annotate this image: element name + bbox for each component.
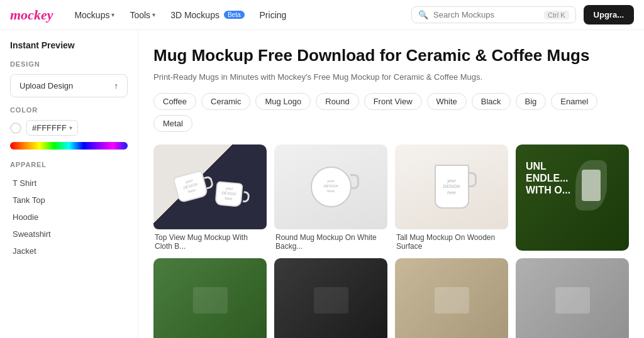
mockup-card-round[interactable]: yourDESIGNhere Round Mug Mockup On White… [274,144,387,251]
tag-round[interactable]: Round [316,93,358,110]
mockup-card-tall[interactable]: yourDESIGNhere Tall Mug Mockup On Wooden… [395,144,508,251]
mockup-card-green[interactable] [153,258,267,339]
apparel-item-tshirt[interactable]: T Shirt [10,175,128,192]
color-swatch[interactable] [10,123,21,134]
tag-metal[interactable]: Metal [153,115,192,132]
apparel-item-hoodie[interactable]: Hoodie [10,209,128,226]
tag-big[interactable]: Big [516,93,547,110]
main-layout: Instant Preview DESIGN Upload Design ↑ C… [0,30,644,338]
mockup-card-dark[interactable] [274,258,387,339]
search-input[interactable] [433,10,539,19]
upload-design-button[interactable]: Upload Design ↑ [10,74,128,97]
tag-enamel[interactable]: Enamel [551,93,597,110]
color-picker-row: #FFFFFF ▾ [10,120,128,136]
color-hex-value: #FFFFFF [32,123,67,133]
color-section-title: COLOR [10,106,128,114]
tags-row: Coffee Ceramic Mug Logo Round Front View… [153,93,629,132]
nav-3d-mockups[interactable]: 3D Mockups Beta [164,6,250,24]
mockup-card-grey[interactable] [516,258,629,339]
beta-badge: Beta [224,11,245,19]
chevron-down-icon: ▾ [69,124,72,131]
upload-icon: ↑ [114,81,119,90]
sidebar: Instant Preview DESIGN Upload Design ↑ C… [0,30,138,338]
nav-mockups[interactable]: Mockups ▾ [68,6,121,24]
apparel-section-title: APPAREL [10,161,128,168]
upgrade-button[interactable]: Upgra... [584,5,634,25]
mockup-label: Round Mug Mockup On White Backg... [274,233,387,251]
chevron-down-icon: ▾ [152,11,155,18]
mockup-card-tan[interactable] [395,258,508,339]
apparel-item-sweatshirt[interactable]: Sweatshirt [10,226,128,243]
mockup-label: Tall Mug Mockup On Wooden Surface [395,233,508,251]
mockup-grid-row2 [153,258,629,339]
mockup-label: Top View Mug Mockup With Cloth B... [153,233,267,251]
apparel-list: T Shirt Tank Top Hoodie Sweatshirt Jacke… [10,175,128,259]
promo-title: UNLENDLE...WITH O... [526,160,570,197]
search-bar[interactable]: 🔍 Ctrl K [411,6,576,23]
page-title: Mug Mockup Free Download for Ceramic & C… [153,45,629,66]
color-hex-input[interactable]: #FFFFFF ▾ [26,120,78,136]
apparel-item-jacket[interactable]: Jacket [10,243,128,259]
mockup-grid-row1: yourDESIGNhere yourDESIGNhere Top View M… [153,144,629,251]
mockup-card-promo[interactable]: UNLENDLE...WITH O... [516,144,629,251]
chevron-down-icon: ▾ [111,11,114,18]
brand-logo[interactable]: mockey [10,7,53,23]
tag-coffee[interactable]: Coffee [153,93,196,110]
content-area: Mug Mockup Free Download for Ceramic & C… [138,30,644,338]
nav-items: Mockups ▾ Tools ▾ 3D Mockups Beta Pricin… [68,6,292,24]
tag-white[interactable]: White [427,93,467,110]
tag-front-view[interactable]: Front View [364,93,422,110]
search-icon: 🔍 [418,10,428,19]
nav-tools[interactable]: Tools ▾ [123,6,162,24]
upload-label: Upload Design [19,81,73,90]
tag-ceramic[interactable]: Ceramic [201,93,250,110]
navbar: mockey Mockups ▾ Tools ▾ 3D Mockups Beta… [0,0,644,30]
keyboard-shortcut-hint: Ctrl K [544,11,569,19]
tag-black[interactable]: Black [472,93,511,110]
color-gradient-bar[interactable] [10,142,128,150]
nav-pricing[interactable]: Pricing [253,6,293,24]
mockup-card-cloth[interactable]: yourDESIGNhere yourDESIGNhere Top View M… [153,144,267,251]
tag-mug-logo[interactable]: Mug Logo [255,93,311,110]
apparel-item-tanktop[interactable]: Tank Top [10,192,128,209]
instant-preview-label: Instant Preview [10,40,128,50]
page-description: Print-Ready Mugs in Minutes with Mockey'… [153,72,629,82]
design-section-title: DESIGN [10,60,128,68]
